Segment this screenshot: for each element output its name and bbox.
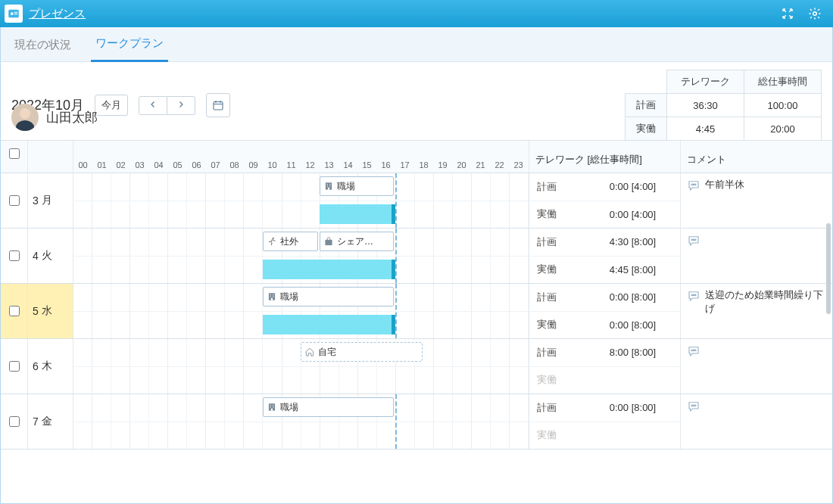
timeline-block[interactable]: シェア… [320, 232, 394, 251]
hour-label: 21 [471, 160, 490, 170]
row-actual-label: 実働 [529, 373, 585, 387]
day-checkbox[interactable] [9, 416, 20, 427]
comment-icon [687, 289, 700, 303]
svg-rect-2 [14, 12, 18, 13]
app-icon [5, 5, 23, 23]
app-title[interactable]: プレゼンス [29, 7, 86, 21]
timeline-block[interactable]: 自宅 [301, 342, 423, 362]
hour-label: 12 [301, 160, 320, 170]
timeline-marker [395, 173, 397, 228]
day-row: 4 火社外シェア…計画4:30 [8:00]実働4:45 [8:00] [1, 229, 832, 284]
timeline-marker [395, 229, 397, 283]
timeline-bar [263, 315, 395, 334]
day-row: 6 木自宅計画8:00 [8:00]実働 [1, 339, 832, 394]
hour-label: 04 [149, 160, 168, 170]
timeline-block[interactable]: 職場 [263, 287, 394, 306]
building-icon [267, 291, 277, 302]
hour-label: 18 [414, 160, 433, 170]
row-actual-label: 実働 [529, 263, 585, 276]
day-label: 6 木 [28, 339, 73, 394]
scrollbar-thumb[interactable] [826, 223, 831, 314]
avatar [11, 104, 39, 131]
tab-work-plan[interactable]: ワークプラン [91, 27, 168, 62]
day-checkbox[interactable] [9, 306, 20, 316]
day-checkbox[interactable] [9, 361, 20, 372]
building-icon [323, 181, 334, 191]
timeline-block[interactable]: 職場 [320, 176, 394, 196]
header-telework: テレワーク [総仕事時間] [529, 141, 681, 173]
hour-label: 15 [357, 160, 376, 170]
hour-label: 01 [92, 160, 111, 170]
comment-icon [687, 179, 700, 192]
comment-cell[interactable]: 午前半休 [681, 173, 832, 228]
hour-label: 19 [433, 160, 452, 170]
timeline-block[interactable]: 社外 [263, 232, 318, 251]
hour-label: 06 [187, 160, 206, 170]
row-actual-value: 4:45 [8:00] [585, 264, 680, 275]
hour-label: 20 [452, 160, 471, 170]
select-all-checkbox[interactable] [9, 148, 20, 159]
user-name: 山田太郎 [46, 109, 98, 126]
hour-label: 07 [206, 160, 225, 170]
summary-plan-total: 100:00 [744, 94, 822, 117]
svg-rect-3 [14, 14, 18, 14]
user-row: 山田太郎 [1, 99, 304, 140]
row-actual-label: 実働 [529, 428, 585, 442]
hour-label: 05 [168, 160, 187, 170]
row-plan-value: 4:30 [8:00] [585, 236, 680, 247]
timeline-bar [263, 260, 395, 279]
day-checkbox[interactable] [9, 250, 20, 261]
day-checkbox[interactable] [9, 195, 20, 206]
day-row: 3 月職場計画0:00 [4:00]実働0:00 [4:00]午前半休 [1, 173, 832, 229]
settings-button[interactable] [801, 0, 828, 27]
tab-bar: 現在の状況 ワークプラン [1, 27, 832, 62]
row-plan-label: 計画 [529, 235, 585, 249]
row-plan-label: 計画 [529, 180, 585, 194]
comment-cell[interactable] [681, 339, 832, 394]
comment-cell[interactable] [681, 394, 832, 449]
svg-point-1 [11, 12, 14, 15]
row-actual-label: 実働 [529, 318, 585, 331]
summary-head-total: 総仕事時間 [744, 70, 822, 94]
timeline-block[interactable]: 職場 [263, 397, 394, 417]
share-icon [323, 236, 334, 247]
comment-cell[interactable] [681, 229, 832, 283]
day-label: 3 月 [28, 173, 73, 228]
row-plan-value: 0:00 [8:00] [585, 402, 680, 413]
summary-row-actual-label: 実働 [626, 117, 667, 141]
svg-point-4 [813, 12, 817, 16]
run-icon [267, 236, 277, 247]
building-icon [267, 402, 277, 412]
summary-actual-telework: 4:45 [667, 117, 744, 141]
timeline-bar [320, 204, 395, 224]
maximize-button[interactable] [774, 0, 801, 27]
hour-label: 09 [244, 160, 263, 170]
timeline-marker [395, 284, 397, 338]
day-label: 5 水 [28, 284, 73, 338]
comment-text: 送迎のため始業時間繰り下げ [705, 288, 826, 316]
grid-header: 0001020304050607080910111213141516171819… [1, 140, 832, 173]
row-plan-value: 0:00 [8:00] [585, 291, 680, 303]
summary-row-plan-label: 計画 [626, 94, 667, 117]
comment-icon [687, 234, 700, 247]
hour-label: 03 [130, 160, 149, 170]
summary-actual-total: 20:00 [744, 117, 822, 141]
day-row: 5 水職場計画0:00 [8:00]実働0:00 [8:00]送迎のため始業時間… [1, 284, 832, 339]
comment-cell[interactable]: 送迎のため始業時間繰り下げ [681, 284, 832, 338]
tab-current-status[interactable]: 現在の状況 [10, 29, 76, 61]
comment-icon [687, 400, 700, 413]
hour-label: 00 [73, 160, 92, 170]
day-row: 7 金職場計画0:00 [8:00]実働 [1, 394, 832, 450]
summary-plan-telework: 36:30 [667, 94, 744, 117]
hour-label: 13 [320, 160, 339, 170]
hour-label: 14 [339, 160, 357, 170]
titlebar: プレゼンス [0, 0, 833, 27]
hour-label: 16 [376, 160, 395, 170]
home-icon [304, 347, 315, 357]
timeline-marker [395, 394, 397, 449]
hour-label: 11 [282, 160, 301, 170]
summary-table: テレワーク 総仕事時間 計画 36:30 100:00 実働 4:45 20:0… [625, 70, 822, 141]
hour-label: 02 [111, 160, 130, 170]
day-label: 4 火 [28, 229, 73, 283]
hour-label: 08 [225, 160, 244, 170]
